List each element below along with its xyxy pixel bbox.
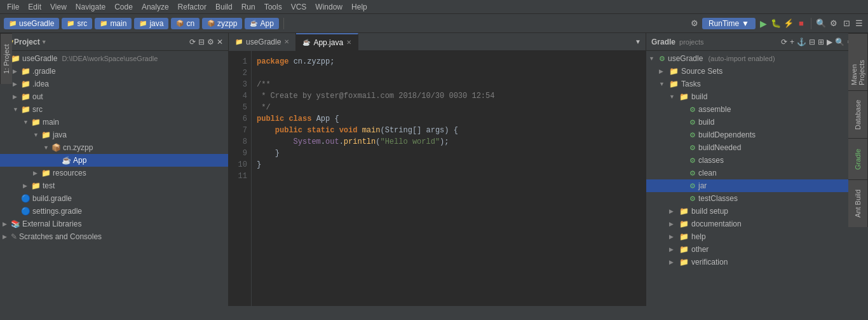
gradle-task-classes[interactable]: ⚙ classes xyxy=(646,154,868,167)
gradle-task-builddependents[interactable]: ⚙ buildDependents xyxy=(646,129,868,141)
menu-code[interactable]: Code xyxy=(110,1,137,13)
menu-file[interactable]: File xyxy=(3,1,24,13)
tree-item-gradle[interactable]: ▶ 📁 .gradle xyxy=(0,65,228,78)
gradle-task-jar[interactable]: ⚙ jar ▎ xyxy=(646,179,868,192)
side-tab-maven[interactable]: Maven Projects xyxy=(848,33,868,90)
settings-icon[interactable]: ⚙ xyxy=(829,18,839,29)
tree-item-main[interactable]: ▼ 📁 main xyxy=(0,116,228,129)
gradle-refresh-icon[interactable]: ⟳ xyxy=(781,38,787,46)
main-area: 📂 Project ▼ ⟳ ⊟ ⚙ ✕ ▼ 📁 useGradle D:\IDE… xyxy=(0,33,868,306)
panel-collapse-icon[interactable]: ⊟ xyxy=(198,38,205,46)
tree-item-scratches[interactable]: ▶ ✎ Scratches and Consoles xyxy=(0,230,228,243)
menu-run[interactable]: Run xyxy=(237,1,260,13)
gradle-build-group[interactable]: ▼ 📁 build xyxy=(646,90,868,103)
project-label: useGradle xyxy=(19,19,54,28)
tree-item-settingsgradle[interactable]: 🔵 settings.gradle xyxy=(0,205,228,218)
menu-navigate[interactable]: Navigate xyxy=(71,1,110,13)
java-file-icon: ☕ xyxy=(62,156,71,165)
folder-icon: 📁 xyxy=(21,80,31,88)
run-config-button[interactable]: RunTime ▼ xyxy=(702,18,756,29)
tab-close-icon[interactable]: ✕ xyxy=(346,39,351,46)
tree-item-usegradle[interactable]: ▼ 📁 useGradle D:\IDEA\workSpace\useGradl… xyxy=(0,52,228,65)
java-pill[interactable]: 📁 java xyxy=(134,18,168,29)
stop-button[interactable]: ■ xyxy=(796,18,806,29)
menu-help[interactable]: Help xyxy=(347,1,372,13)
menu-build[interactable]: Build xyxy=(211,1,237,13)
tab-menu-icon[interactable]: ▼ xyxy=(633,37,643,47)
menu-view[interactable]: View xyxy=(46,1,71,13)
tree-item-test[interactable]: ▶ 📁 test xyxy=(0,179,228,192)
gradle-expand-icon[interactable]: ⊞ xyxy=(818,38,824,46)
arrow-icon: ▶ xyxy=(669,233,677,240)
gradle-task-clean[interactable]: ⚙ clean xyxy=(646,167,868,179)
gradle-help[interactable]: ▶ 📁 help xyxy=(646,230,868,243)
gradle-tasks[interactable]: ▼ 📁 Tasks xyxy=(646,78,868,90)
tree-item-extlibs[interactable]: ▶ 📚 External Libraries xyxy=(0,218,228,230)
gradle-sourcesets[interactable]: ▶ 📁 Source Sets xyxy=(646,65,868,78)
gradle-documentation[interactable]: ▶ 📁 documentation xyxy=(646,218,868,230)
menu-window[interactable]: Window xyxy=(311,1,347,13)
debug-button[interactable]: 🐛 xyxy=(771,18,781,29)
package-icon: 📦 xyxy=(51,143,61,152)
side-tab-gradle[interactable]: Gradle xyxy=(848,138,868,179)
cn-pill[interactable]: 📦 cn xyxy=(171,18,200,29)
search-everywhere-icon[interactable]: 🔍 xyxy=(816,18,826,29)
run-button[interactable]: ▶ xyxy=(758,18,768,29)
code-editor[interactable]: package cn.zyzpp; /** * Create by yster@… xyxy=(252,51,646,306)
menu-analyze[interactable]: Analyze xyxy=(137,1,173,13)
side-tab-database[interactable]: Database xyxy=(848,90,868,138)
expand-icon[interactable]: ⊡ xyxy=(841,18,851,29)
tree-label: cn.zyzpp xyxy=(63,143,93,152)
list-icon[interactable]: ☰ xyxy=(854,18,864,29)
tree-item-buildgradle[interactable]: 🔵 build.gradle xyxy=(0,192,228,205)
tab-close-icon[interactable]: ✕ xyxy=(284,38,289,45)
gradle-root[interactable]: ▼ ⚙ useGradle (auto-import enabled) xyxy=(646,52,868,65)
folder-icon: 📁 xyxy=(669,67,679,76)
gradle-task-buildneeded[interactable]: ⚙ buildNeeded xyxy=(646,141,868,154)
tab-usegradle[interactable]: 📁 useGradle ✕ xyxy=(229,33,296,51)
gradle-filter-icon[interactable]: 🔍 xyxy=(835,38,844,46)
panel-sync-icon[interactable]: ⟳ xyxy=(189,38,196,46)
gradle-collapse-all-icon[interactable]: ⊟ xyxy=(809,38,815,46)
gradle-task-assemble[interactable]: ⚙ assemble xyxy=(646,103,868,116)
project-pill[interactable]: 📁 useGradle xyxy=(4,18,59,29)
panel-settings-icon[interactable]: ⚙ xyxy=(207,38,214,46)
gradle-run-icon[interactable]: ▶ xyxy=(827,38,832,46)
side-tab-ant[interactable]: Ant Build xyxy=(848,179,868,227)
menu-refactor[interactable]: Refactor xyxy=(173,1,211,13)
gradle-item-label: documentation xyxy=(691,219,742,228)
main-pill[interactable]: 📁 main xyxy=(95,18,132,29)
zyzpp-pill[interactable]: 📦 zyzpp xyxy=(202,18,242,29)
tree-item-src[interactable]: ▼ 📁 src xyxy=(0,103,228,116)
gradle-link-icon[interactable]: ⚓ xyxy=(797,38,806,46)
menu-vcs[interactable]: VCS xyxy=(287,1,311,13)
gradle-buildsetup[interactable]: ▶ 📁 build setup xyxy=(646,205,868,218)
coverage-button[interactable]: ⚡ xyxy=(783,18,794,29)
tree-item-app[interactable]: ☕ App xyxy=(0,154,228,167)
tree-item-cnzyzpp[interactable]: ▼ 📦 cn.zyzpp xyxy=(0,141,228,154)
src-pill[interactable]: 📁 src xyxy=(62,18,92,29)
gradle-panel: Gradle projects ⟳ + ⚓ ⊟ ⊞ ▶ 🔍 ⚙ ✕ ▼ ⚙ us… xyxy=(646,33,868,306)
side-tab-project[interactable]: 1: Project xyxy=(0,33,12,84)
tree-item-idea[interactable]: ▶ 📁 .idea xyxy=(0,78,228,90)
toolbar-settings-icon[interactable]: ⚙ xyxy=(689,18,700,29)
gear-icon: ⚙ xyxy=(689,182,696,190)
gradle-add-icon[interactable]: + xyxy=(790,38,794,46)
gradle-item-label: help xyxy=(691,232,706,241)
app-pill[interactable]: ☕ App xyxy=(245,18,278,29)
gradle-task-build[interactable]: ⚙ build xyxy=(646,116,868,129)
file-tree: ▼ 📁 useGradle D:\IDEA\workSpace\useGradl… xyxy=(0,51,228,306)
menu-edit[interactable]: Edit xyxy=(24,1,46,13)
arrow-icon: ▶ xyxy=(669,221,677,227)
tab-appjava[interactable]: ☕ App.java ✕ xyxy=(296,33,358,51)
src-icon: 📁 xyxy=(67,20,74,27)
tree-item-java[interactable]: ▼ 📁 java xyxy=(0,129,228,141)
gradle-other[interactable]: ▶ 📁 other xyxy=(646,243,868,256)
tree-item-resources[interactable]: ▶ 📁 resources xyxy=(0,167,228,179)
panel-close-icon[interactable]: ✕ xyxy=(217,38,223,46)
gradle-verification[interactable]: ▶ 📁 verification xyxy=(646,256,868,268)
tree-item-out[interactable]: ▶ 📁 out xyxy=(0,90,228,103)
menu-tools[interactable]: Tools xyxy=(260,1,287,13)
run-config-label: RunTime xyxy=(709,19,739,28)
gradle-task-testclasses[interactable]: ⚙ testClasses xyxy=(646,192,868,205)
